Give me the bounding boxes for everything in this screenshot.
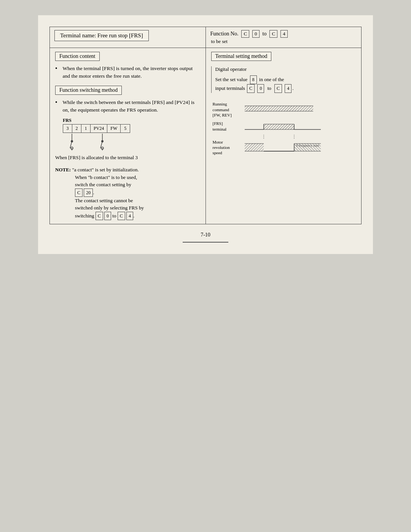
motor-revolution-label: Motorrevolutionspeed: [213, 139, 243, 156]
note-line-5: The contact setting cannot be: [55, 198, 133, 203]
to-be-set-label: to be set: [210, 38, 357, 45]
input-to-text: to: [268, 85, 271, 91]
note-line-3: switch the contact setting by: [55, 182, 131, 187]
function-no-start-c: C: [241, 30, 249, 38]
function-no-label: Function No.: [210, 31, 239, 37]
input-c2-box: C: [274, 84, 282, 93]
bottom-line: [183, 242, 228, 243]
function-switching-title: Function switching method: [55, 86, 122, 95]
switch-four: 4: [126, 212, 133, 220]
set-value-text-2: in one of the: [259, 77, 284, 82]
timing-row-frs: [FRS]terminal: [213, 121, 355, 132]
bullet-dot-1: •: [55, 65, 57, 80]
function-no-end-c: C: [269, 30, 277, 38]
switch-zero: 0: [104, 212, 111, 220]
function-switching-text: While the switch between the set termina…: [60, 99, 200, 114]
note-line-6: switched only by selecting FRS by: [55, 205, 144, 211]
left-column: Function content • When the terminal [FR…: [50, 48, 206, 224]
terminal-setting-title: Terminal setting method: [211, 52, 272, 61]
function-content-text: When the terminal [FRS] is turned on, th…: [60, 65, 200, 80]
freq-start-label: 0 frequency start: [296, 144, 319, 147]
terminal-5: 5: [121, 125, 130, 133]
running-signal-svg: [245, 104, 355, 115]
terminal-1: 1: [81, 125, 91, 133]
function-no-to: to: [263, 31, 267, 37]
terminal-name-box: Terminal name: Free run stop [FRS]: [54, 30, 149, 41]
terminal-boxes-row: 3 2 1 PV24 FW 5: [63, 124, 130, 133]
timing-diagram: Runningcommand[FW, REV]: [211, 99, 356, 161]
terminal-3: 3: [63, 125, 72, 133]
set-value-text-1: Set the set value: [215, 77, 248, 82]
note-label: NOTE:: [55, 167, 71, 173]
svg-point-3: [71, 140, 73, 142]
page-wrapper: Terminal name: Free run stop [FRS] Funct…: [38, 15, 373, 254]
terminal-name-cell: Terminal name: Free run stop [FRS]: [50, 27, 206, 48]
set-value-box: 8: [250, 75, 257, 84]
function-no-end-num: 4: [280, 30, 288, 38]
terminal-pv24: PV24: [91, 125, 107, 133]
input-four-box: 4: [285, 84, 292, 93]
set-value-text: Set the set value 8 in one of the input …: [215, 75, 356, 93]
running-command-signal: [245, 104, 355, 115]
switch-c-end: C: [118, 212, 125, 220]
svg-point-8: [101, 140, 104, 142]
timing-row-motor: Motorrevolutionspeed: [213, 139, 355, 156]
function-switching-section: Function switching method • While the sw…: [55, 86, 200, 114]
note-line-7: switching C 0 to C 4.: [55, 213, 134, 219]
digital-operator-section: Digital operator Set the set value 8 in …: [211, 66, 356, 93]
timing-dashed-lines: [245, 135, 321, 139]
frs-terminal-label: [FRS]terminal: [213, 121, 243, 132]
terminal-fw: FW: [107, 125, 121, 133]
function-content-title: Function content: [55, 52, 100, 61]
note-line-4: C 20.: [55, 190, 94, 195]
motor-signal-svg: 0 frequency start: [245, 141, 355, 154]
main-content-table: Terminal name: Free run stop [FRS] Funct…: [49, 27, 362, 224]
allocated-text: When [FRS] is allocated to the terminal …: [55, 155, 200, 161]
note-line-2: When "b contact" is to be used,: [55, 174, 137, 180]
note-line-1: "a contact" is set by initialization.: [72, 167, 139, 173]
c20-num: 20: [84, 189, 93, 197]
frs-signal-svg: [245, 121, 355, 132]
svg-rect-17: [264, 124, 294, 129]
svg-rect-11: [245, 106, 313, 111]
function-no-start-num: 0: [252, 30, 260, 38]
c20-box: C: [75, 189, 83, 197]
bullet-dot-2: •: [55, 99, 57, 114]
function-switching-bullet: • While the switch between the set termi…: [55, 99, 200, 114]
timing-separator: [213, 135, 355, 139]
right-column: Terminal setting method Digital operator…: [206, 48, 362, 224]
page-number: 7-10: [49, 232, 362, 238]
input-terminals-text: input terminals: [215, 85, 245, 91]
input-zero-box: 0: [257, 84, 264, 93]
terminal-label: FRS: [63, 118, 200, 123]
timing-row-running: Runningcommand[FW, REV]: [213, 101, 355, 118]
terminal-2: 2: [72, 125, 81, 133]
input-c-box: C: [247, 84, 255, 93]
switch-symbols-svg: [64, 134, 133, 151]
terminal-diagram: FRS 3 2 1 PV24 FW 5: [63, 118, 200, 152]
running-command-label: Runningcommand[FW, REV]: [213, 101, 243, 118]
switch-c-start: C: [96, 212, 103, 220]
motor-signal: 0 frequency start: [245, 141, 355, 154]
function-content-bullet: • When the terminal [FRS] is turned on, …: [55, 65, 200, 80]
digital-operator-label: Digital operator: [215, 66, 356, 72]
frs-signal: [245, 121, 355, 132]
header-row: Terminal name: Free run stop [FRS] Funct…: [50, 27, 362, 48]
function-no-cell: Function No. C 0 to C 4 to be set: [206, 27, 362, 48]
svg-rect-26: [245, 144, 264, 151]
note-section: NOTE: "a contact" is set by initializati…: [55, 166, 200, 220]
function-no-row: Function No. C 0 to C 4: [210, 30, 357, 38]
content-row: Function content • When the terminal [FR…: [50, 48, 362, 224]
